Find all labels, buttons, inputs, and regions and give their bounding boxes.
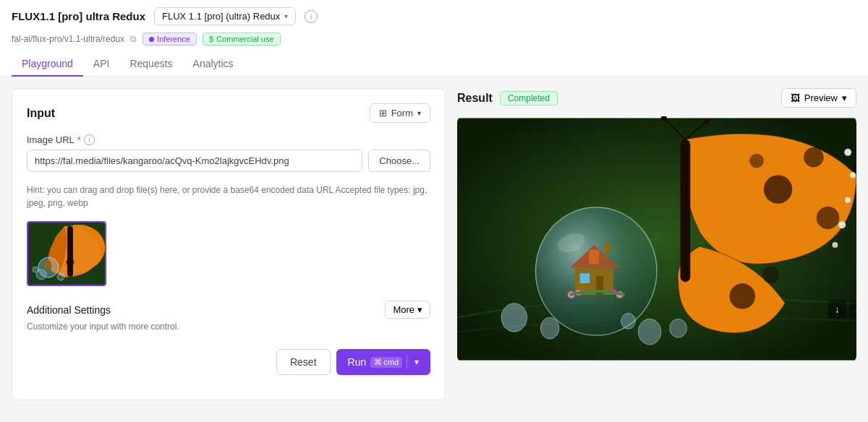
copy-path-icon[interactable]: ⧉ <box>130 34 137 44</box>
run-button-divider <box>407 355 407 369</box>
tab-playground[interactable]: Playground <box>12 52 83 77</box>
svg-point-15 <box>749 154 764 168</box>
tab-analytics[interactable]: Analytics <box>183 52 244 77</box>
image-url-field: Image URL * i Choose... <box>27 134 430 172</box>
input-title: Input <box>27 107 55 120</box>
svg-point-13 <box>804 147 824 168</box>
settings-hint: Customize your input with more control. <box>27 322 430 332</box>
hint-text: Hint: you can drag and drop file(s) here… <box>27 184 430 210</box>
actions-row: Reset Run ⌘ cmd ▾ <box>27 349 430 375</box>
url-row: Choose... <box>27 150 430 172</box>
more-button[interactable]: More ▾ <box>385 301 430 319</box>
result-label: Result <box>457 92 493 105</box>
image-thumbnail-container <box>27 221 430 286</box>
run-button[interactable]: Run ⌘ cmd ▾ <box>336 349 430 375</box>
preview-image-svg <box>28 223 105 285</box>
svg-point-14 <box>817 207 840 230</box>
form-chevron-icon: ▾ <box>417 109 421 117</box>
svg-text:↓: ↓ <box>835 304 840 315</box>
nav-tabs: Playground API Requests Analytics <box>12 51 856 76</box>
svg-rect-33 <box>589 250 599 264</box>
result-header: Result Completed 🖼 Preview ▾ <box>457 88 856 108</box>
header-top-row: FLUX1.1 [pro] ultra Redux FLUX 1.1 [pro]… <box>12 7 856 30</box>
more-chevron-icon: ▾ <box>417 304 422 315</box>
model-selector[interactable]: FLUX 1.1 [pro] (ultra) Redux ▾ <box>154 7 296 25</box>
commercial-badge: $ Commercial use <box>203 33 281 46</box>
additional-settings: Additional Settings More ▾ Customize you… <box>27 301 430 332</box>
model-chevron-icon: ▾ <box>284 12 288 20</box>
svg-rect-4 <box>67 226 73 277</box>
svg-point-27 <box>704 119 710 124</box>
svg-point-42 <box>638 319 661 344</box>
run-keyboard-shortcut: ⌘ cmd <box>370 357 402 368</box>
settings-title: Additional Settings <box>27 304 111 316</box>
svg-point-16 <box>844 149 851 156</box>
required-marker: * <box>77 134 81 145</box>
dollar-icon: $ <box>209 35 213 43</box>
svg-rect-34 <box>605 243 610 253</box>
form-button[interactable]: ⊞ Form ▾ <box>370 103 430 123</box>
svg-point-40 <box>501 303 527 332</box>
svg-point-17 <box>850 172 856 178</box>
tab-requests[interactable]: Requests <box>119 52 182 77</box>
svg-point-20 <box>832 242 838 248</box>
result-butterfly-image: ↓ ⤢ <box>457 116 856 362</box>
run-arrow-icon[interactable]: ▾ <box>412 357 419 367</box>
image-preview <box>27 221 106 286</box>
inference-dot <box>149 37 154 42</box>
preview-button[interactable]: 🖼 Preview ▾ <box>781 88 856 108</box>
reset-button[interactable]: Reset <box>276 349 331 375</box>
model-path: fal-ai/flux-pro/v1.1-ultra/redux <box>12 34 124 44</box>
svg-point-22 <box>762 266 780 283</box>
svg-point-43 <box>621 314 636 330</box>
svg-point-9 <box>57 273 64 280</box>
form-grid-icon: ⊞ <box>379 108 387 119</box>
tab-api[interactable]: API <box>83 52 120 77</box>
choose-button[interactable]: Choose... <box>368 150 430 172</box>
result-panel: Result Completed 🖼 Preview ▾ <box>446 88 856 400</box>
completed-badge: Completed <box>500 91 558 106</box>
image-url-label: Image URL * i <box>27 134 430 145</box>
result-title-group: Result Completed <box>457 91 558 106</box>
preview-icon: 🖼 <box>791 92 800 103</box>
app-title: FLUX1.1 [pro] ultra Redux <box>12 10 145 22</box>
result-image-container: ↓ ⤢ <box>457 116 856 400</box>
svg-point-44 <box>670 319 687 337</box>
svg-rect-30 <box>580 273 590 283</box>
input-panel-header: Input ⊞ Form ▾ <box>27 103 430 123</box>
svg-point-19 <box>838 221 846 228</box>
model-label: FLUX 1.1 [pro] (ultra) Redux <box>162 11 280 22</box>
settings-header: Additional Settings More ▾ <box>27 301 430 319</box>
header-meta-row: fal-ai/flux-pro/v1.1-ultra/redux ⧉ Infer… <box>12 30 856 51</box>
kbd-key: cmd <box>383 358 399 366</box>
input-panel: Input ⊞ Form ▾ Image URL * i Choose... H… <box>12 88 446 400</box>
svg-point-18 <box>845 197 851 203</box>
svg-rect-6 <box>44 263 51 269</box>
svg-text:⤢: ⤢ <box>855 305 856 315</box>
field-info-icon[interactable]: i <box>84 134 95 145</box>
app-header: FLUX1.1 [pro] ultra Redux FLUX 1.1 [pro]… <box>0 0 868 77</box>
svg-point-12 <box>764 175 792 203</box>
svg-point-41 <box>540 317 559 339</box>
cmd-symbol: ⌘ <box>374 358 382 367</box>
inference-badge: Inference <box>142 33 197 46</box>
svg-point-21 <box>730 283 755 309</box>
preview-chevron-icon: ▾ <box>842 92 847 103</box>
image-url-input[interactable] <box>27 150 362 172</box>
svg-rect-23 <box>681 139 691 282</box>
main-content: Input ⊞ Form ▾ Image URL * i Choose... H… <box>0 77 868 412</box>
info-icon[interactable]: i <box>305 10 318 23</box>
svg-point-10 <box>33 267 38 272</box>
